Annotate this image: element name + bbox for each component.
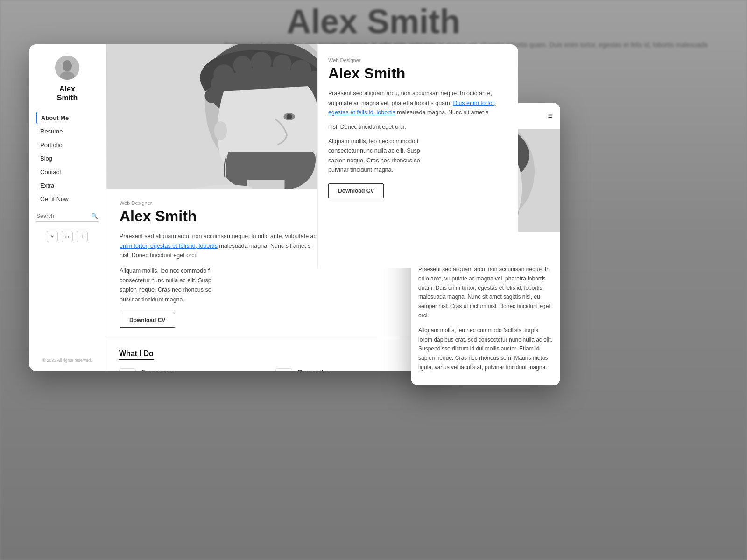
panel-bio2: nisl. Donec tincidunt eget orci. bbox=[328, 122, 505, 132]
svg-point-8 bbox=[251, 52, 272, 72]
svg-rect-18 bbox=[247, 180, 285, 189]
mobile-bio-1: Praesent sed aliquam arcu, non accumsan … bbox=[418, 265, 553, 321]
linkedin-icon[interactable]: in bbox=[62, 231, 73, 242]
svg-point-7 bbox=[233, 56, 252, 75]
ecommerce-icon bbox=[119, 368, 136, 371]
svg-point-1 bbox=[63, 60, 72, 71]
facebook-icon[interactable]: f bbox=[77, 231, 88, 242]
panel-bio-link[interactable]: Duis enim tortor, egestas et felis id, l… bbox=[328, 100, 496, 116]
sidebar-item-get-it-now[interactable]: Get it Now bbox=[36, 193, 98, 205]
twitter-icon[interactable]: 𝕏 bbox=[47, 231, 58, 242]
desktop-bio2: Aliquam mollis, leo nec commodo fconsect… bbox=[120, 266, 422, 305]
sidebar-item-about[interactable]: About Me bbox=[36, 112, 98, 124]
svg-point-17 bbox=[214, 121, 227, 140]
ecommerce-name: Ecommerce bbox=[141, 368, 266, 371]
copywriter-icon bbox=[275, 368, 292, 371]
sidebar-item-blog[interactable]: Blog bbox=[36, 152, 98, 165]
sidebar-social: 𝕏 in f bbox=[47, 231, 88, 242]
download-cv-button[interactable]: Download CV bbox=[120, 313, 175, 328]
sidebar-item-contact[interactable]: Contact bbox=[36, 166, 98, 178]
service-ecommerce: Ecommerce Pellentesque pellentesque, ips… bbox=[119, 368, 266, 371]
svg-point-16 bbox=[287, 114, 292, 119]
bg-title: Alex Smith bbox=[287, 2, 460, 41]
sidebar-search[interactable]: 🔍 bbox=[36, 213, 98, 222]
copywriter-name: Copywriter bbox=[298, 368, 423, 371]
desktop-info-panel: Web Designer Alex Smith Praesent sed ali… bbox=[317, 44, 518, 268]
sidebar-avatar bbox=[55, 56, 79, 80]
sidebar-item-resume[interactable]: Resume bbox=[36, 125, 98, 138]
sidebar-item-extra[interactable]: Extra bbox=[36, 179, 98, 192]
services-grid: Ecommerce Pellentesque pellentesque, ips… bbox=[119, 368, 422, 371]
panel-download-btn[interactable]: Download CV bbox=[328, 183, 384, 198]
hamburger-menu-icon[interactable]: ≡ bbox=[548, 111, 553, 121]
svg-point-9 bbox=[273, 55, 292, 73]
search-icon: 🔍 bbox=[91, 213, 98, 219]
sidebar-item-portfolio[interactable]: Portfolio bbox=[36, 139, 98, 151]
sidebar: Alex Smith About Me Resume Portfolio Blo… bbox=[29, 44, 106, 371]
sidebar-footer: © 2023 All rights reserved. bbox=[42, 357, 92, 364]
mobile-bio-2: Aliquam mollis, leo nec commodo facilisi… bbox=[418, 326, 553, 372]
panel-name: Alex Smith bbox=[328, 65, 505, 82]
svg-point-14 bbox=[205, 88, 220, 103]
sidebar-name: Alex Smith bbox=[57, 84, 78, 102]
panel-bio3: Aliquam mollis, leo nec commodo f consec… bbox=[328, 137, 505, 175]
panel-bio1: Praesent sed aliquam arcu, non accumsan … bbox=[328, 89, 505, 118]
sidebar-navigation: About Me Resume Portfolio Blog Contact E… bbox=[36, 112, 98, 205]
panel-role-label: Web Designer bbox=[328, 57, 505, 63]
what-i-do-title: What I Do bbox=[119, 350, 154, 360]
service-copywriter: Copywriter Pellentesque pellentesque, ip… bbox=[275, 368, 423, 371]
what-i-do-section: What I Do Ecommerce Pellentesque bbox=[106, 339, 435, 371]
search-input[interactable] bbox=[36, 213, 89, 219]
